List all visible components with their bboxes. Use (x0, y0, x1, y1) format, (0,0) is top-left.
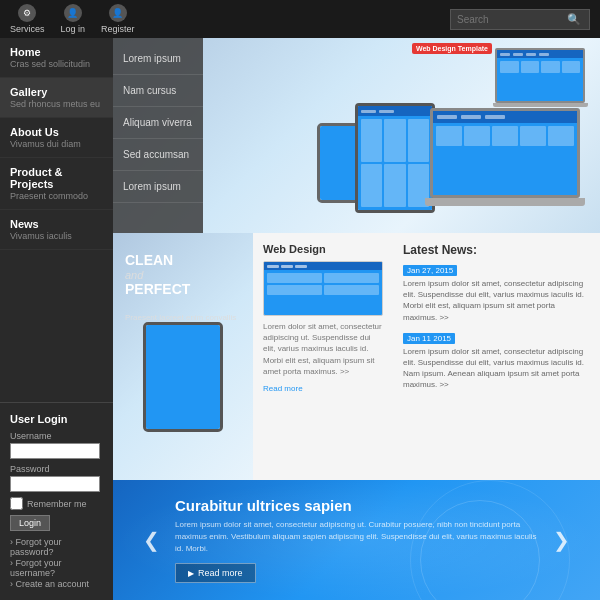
forgot-username-link[interactable]: Forgot your username? (10, 558, 103, 578)
hand-tablet-screen (146, 325, 220, 429)
register-label: Register (101, 24, 135, 34)
small-card (521, 61, 540, 73)
tablet-card (361, 164, 382, 207)
username-label: Username (10, 431, 103, 441)
login-icon: 👤 (64, 4, 82, 22)
laptop-nav-dot (485, 115, 505, 119)
hero-section: Lorem ipsum Nam cursus Aliquam viverra S… (113, 38, 600, 233)
small-nav-dot (500, 53, 510, 56)
banner-arrow-right[interactable]: ❯ (553, 528, 570, 552)
clean-sub: Praesent laoreet enim convallis (125, 313, 236, 322)
news-date-0: Jan 27, 2015 (403, 265, 457, 276)
login-button[interactable]: Login (10, 515, 50, 531)
phone-screen (320, 126, 359, 200)
tablet-hand-section: CLEAN and PERFECT Praesent laoreet enim … (113, 233, 253, 480)
remember-checkbox[interactable] (10, 497, 23, 510)
tablet-card (384, 164, 405, 207)
web-preview-card (267, 273, 322, 283)
web-preview-dot (295, 265, 307, 268)
clean-line1: CLEAN (125, 251, 190, 269)
banner-content: Curabitur ultrices sapien Lorem ipsum do… (160, 497, 553, 583)
laptop-card (520, 126, 546, 146)
banner-read-more-button[interactable]: Read more (175, 563, 256, 583)
news-title: News (10, 218, 103, 230)
tablet-card (384, 119, 405, 162)
password-input[interactable] (10, 476, 100, 492)
laptop-card (492, 126, 518, 146)
laptop-card (548, 126, 574, 146)
sidebar-item-products[interactable]: Product & Projects Praesent commodo (0, 158, 113, 210)
web-preview-dot (267, 265, 279, 268)
news-item-1: Jan 11 2015 Lorem ipsum dolor sit amet, … (403, 331, 590, 391)
services-label: Services (10, 24, 45, 34)
small-card (500, 61, 519, 73)
gallery-sub: Sed rhoncus metus eu (10, 99, 103, 109)
remember-label: Remember me (27, 499, 87, 509)
search-input[interactable] (457, 14, 567, 25)
content-area: Lorem ipsum Nam cursus Aliquam viverra S… (113, 38, 600, 600)
device-small-laptop (490, 48, 590, 113)
about-title: About Us (10, 126, 103, 138)
sidebar-item-home[interactable]: Home Cras sed sollicitudin (0, 38, 113, 78)
register-nav[interactable]: 👤 Register (101, 4, 135, 34)
small-nav-dot (513, 53, 523, 56)
small-laptop-screen (495, 48, 585, 103)
laptop-base (425, 198, 585, 206)
submenu-item-0[interactable]: Lorem ipsum (113, 43, 203, 75)
web-preview-card (324, 273, 379, 283)
sidebar-item-news[interactable]: News Vivamus iaculis (0, 210, 113, 250)
device-badge: Web Design Template (412, 43, 492, 54)
read-more-link[interactable]: Read more (263, 384, 303, 393)
clean-line3: PERFECT (125, 281, 190, 297)
products-sub: Praesent commodo (10, 191, 103, 201)
news-date-1: Jan 11 2015 (403, 333, 455, 344)
web-preview-card (324, 285, 379, 295)
sidebar-item-gallery[interactable]: Gallery Sed rhoncus metus eu (0, 78, 113, 118)
banner-arrow-left[interactable]: ❮ (143, 528, 160, 552)
web-design-preview (263, 261, 383, 316)
submenu-item-1[interactable]: Nam cursus (113, 75, 203, 107)
clean-text: CLEAN and PERFECT (125, 251, 190, 297)
services-icon: ⚙ (18, 4, 36, 22)
home-sub: Cras sed sollicitudin (10, 59, 103, 69)
news-sub: Vivamus iaculis (10, 231, 103, 241)
small-nav-dot (526, 53, 536, 56)
banner-text: Lorem ipsum dolor sit amet, consectetur … (175, 519, 538, 555)
latest-news-section: Latest News: Jan 27, 2015 Lorem ipsum do… (393, 233, 600, 480)
laptop-card (464, 126, 490, 146)
devices-area: Web Design Template (230, 38, 600, 233)
login-nav[interactable]: 👤 Log in (61, 4, 86, 34)
search-icon[interactable]: 🔍 (567, 13, 581, 26)
hand-tablet-device (143, 322, 223, 432)
laptop-screen (430, 108, 580, 198)
services-nav[interactable]: ⚙ Services (10, 4, 45, 34)
register-icon: 👤 (109, 4, 127, 22)
banner-title: Curabitur ultrices sapien (175, 497, 538, 514)
web-design-title: Web Design (263, 243, 383, 255)
submenu-item-4[interactable]: Lorem ipsum (113, 171, 203, 203)
gallery-submenu: Lorem ipsum Nam cursus Aliquam viverra S… (113, 38, 203, 233)
latest-news-title: Latest News: (403, 243, 590, 257)
bottom-banner: ❮ Curabitur ultrices sapien Lorem ipsum … (113, 480, 600, 600)
sidebar-item-about[interactable]: About Us Vivamus dui diam (0, 118, 113, 158)
create-account-link[interactable]: Create an account (10, 579, 103, 589)
web-design-section: Web Design Lorem dolor sit amet, consec (253, 233, 393, 480)
home-title: Home (10, 46, 103, 58)
small-card (541, 61, 560, 73)
laptop-nav-dot (437, 115, 457, 119)
submenu-item-2[interactable]: Aliquam viverra (113, 107, 203, 139)
small-nav-dot (539, 53, 549, 56)
laptop-card (436, 126, 462, 146)
gallery-title: Gallery (10, 86, 103, 98)
web-preview-card (267, 285, 322, 295)
username-input[interactable] (10, 443, 100, 459)
sidebar-nav: Home Cras sed sollicitudin Gallery Sed r… (0, 38, 113, 402)
news-text-1: Lorem ipsum dolor sit amet, consectetur … (403, 346, 590, 391)
forgot-password-link[interactable]: Forgot your password? (10, 537, 103, 557)
device-laptop (420, 108, 590, 223)
tablet-nav-dot (361, 110, 376, 113)
remember-row: Remember me (10, 497, 103, 510)
small-laptop-base (493, 103, 588, 107)
products-title: Product & Projects (10, 166, 103, 190)
submenu-item-3[interactable]: Sed accumsan (113, 139, 203, 171)
